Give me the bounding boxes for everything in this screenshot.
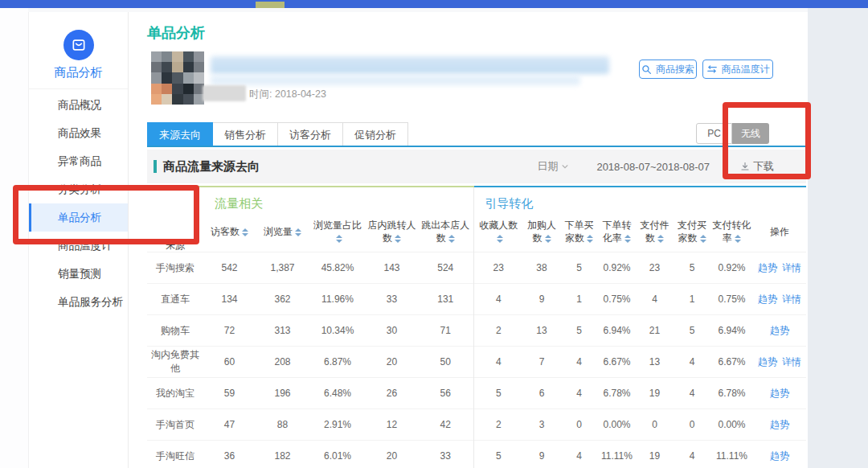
sort-up-arrow xyxy=(395,235,401,238)
cell-actions: 趋势详情 xyxy=(753,347,806,378)
sort-up-arrow xyxy=(242,228,248,232)
sort-icon[interactable] xyxy=(497,235,503,243)
cell-favorites: 2 xyxy=(473,315,523,347)
cell-order-rate: 6.67% xyxy=(598,347,636,378)
product-search-button[interactable]: 商品搜索 xyxy=(639,60,697,79)
sort-up-arrow xyxy=(587,235,593,238)
device-toggle-wireless[interactable]: 无线 xyxy=(732,123,769,144)
detail-link[interactable]: 详情 xyxy=(782,356,801,367)
sort-icon[interactable] xyxy=(242,228,248,236)
date-dropdown[interactable]: 日期 xyxy=(537,159,569,174)
detail-link[interactable]: 详情 xyxy=(782,262,801,273)
column-label: 店内跳转人数 xyxy=(368,220,416,244)
trend-link[interactable]: 趋势 xyxy=(758,262,777,273)
cell-pageview-share: 10.34% xyxy=(309,315,366,347)
column-label: 浏览量 xyxy=(264,226,293,237)
cell-store-exits: 131 xyxy=(418,284,473,315)
product-image xyxy=(151,51,204,105)
detail-link[interactable]: 详情 xyxy=(782,294,801,305)
sidebar-item-category-analysis[interactable]: 分类分析 xyxy=(29,175,128,203)
sort-icon[interactable] xyxy=(587,235,593,243)
sort-up-arrow xyxy=(657,235,664,238)
product-thermometer-button[interactable]: 商品温度计 xyxy=(702,60,773,79)
tab-promotion-analysis[interactable]: 促销分析 xyxy=(343,122,408,146)
column-label: 收藏人数 xyxy=(479,220,518,231)
sidebar-item-product-overview[interactable]: 商品概况 xyxy=(29,91,128,119)
cell-favorites: 4 xyxy=(473,284,523,315)
sort-icon[interactable] xyxy=(624,235,631,243)
cell-in-store-jumps: 26 xyxy=(366,378,418,409)
download-button[interactable]: 下载 xyxy=(740,159,774,174)
tab-sales-analysis[interactable]: 销售分析 xyxy=(213,122,278,146)
sidebar-item-product-thermometer[interactable]: 商品温度计 xyxy=(29,232,128,260)
trend-link[interactable]: 趋势 xyxy=(758,294,777,305)
chevron-down-icon xyxy=(561,162,569,170)
traffic-source-table: 来源流量相关引导转化访客数浏览量浏览量占比店内跳转人数跳出本店人数收藏人数加购人… xyxy=(147,186,806,468)
cell-source: 购物车 xyxy=(147,315,203,347)
cell-order-buyers: 4 xyxy=(560,347,598,378)
sort-icon[interactable] xyxy=(295,228,301,236)
sort-icon[interactable] xyxy=(735,235,741,243)
sort-up-arrow xyxy=(497,235,503,238)
product-analysis-icon xyxy=(63,30,94,60)
sort-icon[interactable] xyxy=(395,235,401,243)
trend-link[interactable]: 趋势 xyxy=(758,356,777,367)
tab-source-destination[interactable]: 来源去向 xyxy=(147,122,213,146)
cell-order-buyers: 4 xyxy=(560,378,598,409)
download-label: 下载 xyxy=(753,159,774,174)
cell-order-buyers: 1 xyxy=(560,284,598,315)
cell-pageviews: 313 xyxy=(256,315,309,347)
sidebar-item-product-effect[interactable]: 商品效果 xyxy=(29,119,128,147)
cell-store-exits: 33 xyxy=(418,441,473,468)
sort-down-arrow xyxy=(295,233,301,236)
sort-down-arrow xyxy=(395,240,401,243)
sort-down-arrow xyxy=(242,233,248,236)
trend-link[interactable]: 趋势 xyxy=(770,450,789,462)
cell-in-store-jumps: 33 xyxy=(366,284,418,315)
sidebar-item-sales-forecast[interactable]: 销量预测 xyxy=(29,260,128,288)
cell-cart-adds: 9 xyxy=(523,284,560,315)
sidebar-item-abnormal-products[interactable]: 异常商品 xyxy=(29,147,128,175)
sort-icon[interactable] xyxy=(545,235,551,243)
sidebar-item-single-item-service-analysis[interactable]: 单品服务分析 xyxy=(29,288,128,316)
cell-store-exits: 71 xyxy=(418,315,473,347)
column-header-order-rate: 下单转化率 xyxy=(598,211,636,252)
column-label: 跳出本店人数 xyxy=(421,220,469,244)
blurred-product-subtitle xyxy=(211,76,580,85)
sidebar-item-single-item-analysis[interactable]: 单品分析 xyxy=(29,203,128,232)
sidebar: 商品分析 商品概况商品效果异常商品分类分析单品分析商品温度计销量预测单品服务分析 xyxy=(28,12,129,468)
sort-down-arrow xyxy=(735,240,741,243)
cell-actions: 趋势 xyxy=(753,378,806,409)
tab-visitor-analysis[interactable]: 访客分析 xyxy=(278,122,343,146)
cell-cart-adds: 6 xyxy=(523,378,560,409)
cell-store-exits: 50 xyxy=(418,347,473,378)
column-header-cart-adds: 加购人数 xyxy=(523,211,560,252)
cell-order-buyers: 0 xyxy=(560,409,598,441)
cell-favorites: 23 xyxy=(473,252,523,284)
cell-pageview-share: 6.48% xyxy=(309,378,366,409)
column-header-ops: 操作 xyxy=(753,211,806,252)
sort-icon[interactable] xyxy=(700,235,706,243)
group-header-ops-gap xyxy=(753,187,806,211)
cell-visitors: 36 xyxy=(203,441,256,468)
section-accent-bar xyxy=(154,160,157,173)
sort-icon[interactable] xyxy=(336,235,342,243)
trend-link[interactable]: 趋势 xyxy=(770,325,789,336)
search-icon xyxy=(641,64,652,75)
trend-link[interactable]: 趋势 xyxy=(770,419,789,430)
column-header-paid-rate: 支付转化率 xyxy=(710,211,753,252)
device-toggle-pc[interactable]: PC xyxy=(696,123,732,144)
sort-icon[interactable] xyxy=(448,235,455,243)
trend-link[interactable]: 趋势 xyxy=(770,388,789,399)
sort-icon[interactable] xyxy=(657,235,664,243)
table-row: 淘内免费其他602086.87%20504746.67%1346.67%趋势详情 xyxy=(147,347,806,378)
cell-order-rate: 6.94% xyxy=(598,315,636,347)
table-row: 手淘首页47882.91%12422300.00%000.00%趋势 xyxy=(147,409,806,441)
sort-up-arrow xyxy=(295,228,301,232)
cell-in-store-jumps: 30 xyxy=(366,315,418,347)
cell-actions: 趋势 xyxy=(753,315,806,347)
cell-in-store-jumps: 20 xyxy=(366,347,418,378)
blurred-product-title xyxy=(211,56,609,74)
sort-down-arrow xyxy=(448,240,455,243)
cell-store-exits: 56 xyxy=(418,378,473,409)
